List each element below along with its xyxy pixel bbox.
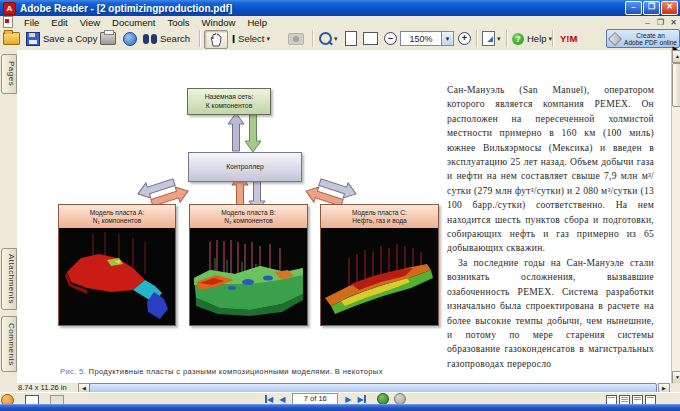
camera-icon xyxy=(288,33,304,45)
zoom-level-group: 150% ▾ xyxy=(400,30,454,47)
zoom-in-icon: + xyxy=(458,32,471,45)
close-button[interactable]: ✕ xyxy=(661,1,678,15)
next-page-button[interactable]: ▶ xyxy=(345,395,351,404)
taskbar[interactable] xyxy=(0,404,680,411)
document-window-controls: – ❐ ✕ xyxy=(641,18,680,27)
last-page-button[interactable]: ▶ xyxy=(357,395,365,404)
article-text-column: Сан-Мануэль (San Manuel), оператором кот… xyxy=(447,83,654,380)
search-label: Search xyxy=(160,33,190,44)
zoom-out-button[interactable]: – xyxy=(384,30,397,47)
article-paragraph: За последние годы на Сан-Мануэле стали в… xyxy=(447,256,654,371)
tab-attachments[interactable]: Attachments xyxy=(1,248,17,310)
open-button[interactable] xyxy=(3,30,20,47)
search-button[interactable]: Search xyxy=(143,30,190,47)
vertical-scroll-thumb[interactable] xyxy=(672,63,680,107)
vertical-scrollbar[interactable]: ▲ ▼ xyxy=(671,50,680,383)
menu-edit[interactable]: Edit xyxy=(45,17,73,28)
pdf-document-icon[interactable] xyxy=(3,16,13,28)
page-display-button[interactable]: ▾ xyxy=(482,30,501,47)
first-page-button[interactable]: ◀ xyxy=(265,395,273,404)
snapshot-tool-button[interactable] xyxy=(288,30,304,47)
toolbar-separator xyxy=(506,30,508,47)
select-label: Select xyxy=(238,33,264,44)
actual-size-icon xyxy=(345,31,357,46)
create-pdf-label: Create an Adobe PDF online xyxy=(622,32,679,46)
magnifier-icon xyxy=(319,32,332,45)
model-a-box: Модель пласта A: N₁ компонентов xyxy=(58,204,176,326)
page-display-icon xyxy=(482,31,495,46)
zoom-dropdown-button[interactable]: ▾ xyxy=(442,31,454,46)
tab-comments[interactable]: Comments xyxy=(1,316,17,372)
restore-button[interactable]: ❐ xyxy=(643,1,660,15)
yahoo-logo: Y!M xyxy=(560,33,577,44)
article-paragraph: Сан-Мануэль (San Manuel), оператором кот… xyxy=(447,83,654,256)
model-a-header: Модель пласта A: N₁ компонентов xyxy=(59,205,175,228)
surface-network-line1: Наземная сеть: xyxy=(188,93,270,101)
help-label: Help xyxy=(527,33,547,44)
previous-page-button[interactable]: ◀ xyxy=(279,395,285,404)
window-title: Adobe Reader - [2 optimizingproduction.p… xyxy=(20,3,232,14)
help-question-icon: ? xyxy=(512,33,524,45)
save-a-copy-label: Save a Copy xyxy=(43,33,97,44)
model-b-reservoir-image xyxy=(190,228,307,325)
model-b-header: Модель пласта B: N₂ компонентов xyxy=(190,205,307,228)
hand-tool-button[interactable] xyxy=(204,30,228,49)
menu-window[interactable]: Window xyxy=(196,17,242,28)
zoom-in-button[interactable]: + xyxy=(458,30,471,47)
save-a-copy-button[interactable]: Save a Copy xyxy=(26,30,97,47)
chevron-down-icon[interactable]: ▾ xyxy=(334,35,338,43)
pencil-icon xyxy=(608,31,622,45)
menu-tools[interactable]: Tools xyxy=(161,17,195,28)
adobe-reader-app-icon: A xyxy=(3,2,16,15)
select-tool-button[interactable]: I Select ▾ xyxy=(232,30,270,47)
toolbar-separator xyxy=(476,30,478,47)
model-c-reservoir-image xyxy=(321,228,438,325)
email-globe-icon xyxy=(123,32,137,46)
binoculars-search-icon xyxy=(143,34,157,44)
fit-width-button[interactable] xyxy=(363,30,378,47)
open-folder-icon xyxy=(3,32,20,45)
surface-network-box: Наземная сеть: К компонентов xyxy=(187,88,271,115)
actual-size-button[interactable] xyxy=(345,30,357,47)
chevron-down-icon[interactable]: ▾ xyxy=(266,35,270,43)
model-c-box: Модель пласта C: Нефть, газ и вода xyxy=(320,204,439,326)
model-b-box: Модель пласта B: N₂ компонентов xyxy=(189,204,308,326)
yahoo-toolbar-button[interactable]: Y!M xyxy=(560,30,577,47)
scroll-up-button[interactable]: ▲ xyxy=(672,50,680,63)
print-button[interactable] xyxy=(100,30,116,47)
menu-view[interactable]: View xyxy=(74,17,106,28)
horizontal-scrollbar[interactable]: ◀ ▶ xyxy=(78,383,670,392)
model-c-header: Модель пласта C: Нефть, газ и вода xyxy=(321,205,438,228)
menu-document[interactable]: Document xyxy=(106,17,161,28)
menu-file[interactable]: File xyxy=(18,17,45,28)
controller-box: Контроллер xyxy=(188,152,302,182)
zoom-tool-button[interactable]: ▾ xyxy=(319,30,338,47)
navigation-tab-strip: Pages Attachments Comments xyxy=(0,50,18,383)
title-bar[interactable]: A Adobe Reader - [2 optimizingproduction… xyxy=(0,0,680,16)
pdf-page[interactable]: Наземная сеть: К компонентов Контроллер … xyxy=(17,50,671,383)
status-row: 8.74 x 11.26 in ◀ ▶ xyxy=(0,383,680,392)
adobe-reader-window: A Adobe Reader - [2 optimizingproduction… xyxy=(0,0,680,411)
controller-label: Контроллер xyxy=(189,163,301,171)
window-controls: – ❐ ✕ xyxy=(624,1,680,15)
page-size-indicator: 8.74 x 11.26 in xyxy=(18,383,67,392)
doc-minimize-button[interactable]: – xyxy=(641,18,654,27)
printer-icon xyxy=(100,32,116,45)
floppy-disk-icon xyxy=(26,32,40,46)
tab-pages[interactable]: Pages xyxy=(1,54,17,94)
create-adobe-pdf-online-button[interactable]: Create an Adobe PDF online xyxy=(606,29,680,48)
toolbar-separator xyxy=(552,30,554,47)
surface-network-line2: К компонентов xyxy=(188,102,270,110)
doc-close-button[interactable]: ✕ xyxy=(667,18,680,27)
doc-restore-button[interactable]: ❐ xyxy=(654,18,667,27)
toolbar-separator xyxy=(312,30,314,47)
zoom-out-icon: – xyxy=(384,32,397,45)
email-button[interactable] xyxy=(123,30,137,47)
menu-help[interactable]: Help xyxy=(241,17,273,28)
zoom-level-value[interactable]: 150% xyxy=(400,31,442,46)
help-button[interactable]: ? Help ▾ xyxy=(512,30,552,47)
toolbar-separator xyxy=(199,30,201,47)
hand-tool-icon xyxy=(210,33,222,47)
minimize-button[interactable]: – xyxy=(625,1,642,15)
main-toolbar: Save a Copy Search I Select ▾ ▾ – 150% xyxy=(0,28,680,51)
